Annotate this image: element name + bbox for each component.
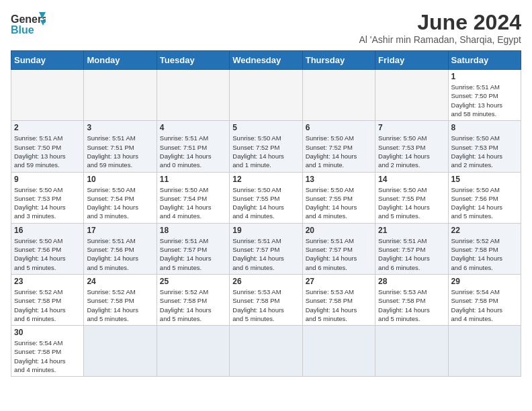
day-info: Sunrise: 5:54 AM Sunset: 7:58 PM Dayligh… xyxy=(451,287,518,323)
calendar-cell: 12Sunrise: 5:50 AM Sunset: 7:55 PM Dayli… xyxy=(230,172,302,223)
day-number: 16 xyxy=(14,226,81,235)
day-info: Sunrise: 5:53 AM Sunset: 7:58 PM Dayligh… xyxy=(232,287,299,323)
day-number: 15 xyxy=(451,175,518,184)
calendar-cell: 1Sunrise: 5:51 AM Sunset: 7:50 PM Daylig… xyxy=(448,70,521,121)
logo: General Blue xyxy=(11,11,46,36)
calendar-cell: 23Sunrise: 5:52 AM Sunset: 7:58 PM Dayli… xyxy=(11,274,84,325)
calendar-cell xyxy=(157,326,229,377)
calendar-cell xyxy=(84,70,157,121)
calendar-cell: 30Sunrise: 5:54 AM Sunset: 7:58 PM Dayli… xyxy=(11,326,84,377)
calendar-cell: 3Sunrise: 5:51 AM Sunset: 7:51 PM Daylig… xyxy=(84,121,157,172)
day-number: 17 xyxy=(87,226,153,235)
month-title: June 2024 xyxy=(359,11,521,34)
day-number: 4 xyxy=(160,123,226,132)
day-info: Sunrise: 5:50 AM Sunset: 7:55 PM Dayligh… xyxy=(306,185,372,221)
day-info: Sunrise: 5:50 AM Sunset: 7:54 PM Dayligh… xyxy=(87,185,153,221)
calendar-cell: 7Sunrise: 5:50 AM Sunset: 7:53 PM Daylig… xyxy=(375,121,448,172)
day-info: Sunrise: 5:51 AM Sunset: 7:51 PM Dayligh… xyxy=(87,134,153,169)
day-info: Sunrise: 5:50 AM Sunset: 7:53 PM Dayligh… xyxy=(451,134,518,169)
calendar-cell xyxy=(230,326,302,377)
day-number: 19 xyxy=(232,226,299,235)
calendar-cell: 17Sunrise: 5:51 AM Sunset: 7:56 PM Dayli… xyxy=(84,223,157,274)
calendar-week-row: 9Sunrise: 5:50 AM Sunset: 7:53 PM Daylig… xyxy=(11,172,521,223)
calendar-cell xyxy=(11,70,84,121)
day-info: Sunrise: 5:53 AM Sunset: 7:58 PM Dayligh… xyxy=(306,287,372,323)
day-number: 26 xyxy=(232,277,299,286)
day-number: 5 xyxy=(232,123,299,132)
day-header-tuesday: Tuesday xyxy=(157,51,229,70)
day-info: Sunrise: 5:50 AM Sunset: 7:56 PM Dayligh… xyxy=(451,185,518,221)
calendar-cell: 26Sunrise: 5:53 AM Sunset: 7:58 PM Dayli… xyxy=(230,274,302,325)
day-header-friday: Friday xyxy=(375,51,448,70)
day-info: Sunrise: 5:53 AM Sunset: 7:58 PM Dayligh… xyxy=(378,287,445,323)
calendar-cell xyxy=(448,326,521,377)
day-number: 3 xyxy=(87,123,153,132)
day-info: Sunrise: 5:51 AM Sunset: 7:57 PM Dayligh… xyxy=(378,236,445,272)
day-number: 30 xyxy=(14,328,81,337)
day-number: 27 xyxy=(306,277,372,286)
calendar-cell xyxy=(302,326,375,377)
day-info: Sunrise: 5:50 AM Sunset: 7:54 PM Dayligh… xyxy=(160,185,226,221)
day-number: 23 xyxy=(14,277,81,286)
day-info: Sunrise: 5:51 AM Sunset: 7:51 PM Dayligh… xyxy=(160,134,226,169)
calendar-cell: 11Sunrise: 5:50 AM Sunset: 7:54 PM Dayli… xyxy=(157,172,229,223)
calendar-cell xyxy=(375,70,448,121)
day-info: Sunrise: 5:50 AM Sunset: 7:55 PM Dayligh… xyxy=(232,185,299,221)
day-number: 2 xyxy=(14,123,81,132)
calendar-cell: 16Sunrise: 5:50 AM Sunset: 7:56 PM Dayli… xyxy=(11,223,84,274)
day-number: 1 xyxy=(451,72,518,81)
calendar-cell: 20Sunrise: 5:51 AM Sunset: 7:57 PM Dayli… xyxy=(302,223,375,274)
calendar-cell: 27Sunrise: 5:53 AM Sunset: 7:58 PM Dayli… xyxy=(302,274,375,325)
calendar-cell: 21Sunrise: 5:51 AM Sunset: 7:57 PM Dayli… xyxy=(375,223,448,274)
calendar-week-row: 1Sunrise: 5:51 AM Sunset: 7:50 PM Daylig… xyxy=(11,70,521,121)
day-header-thursday: Thursday xyxy=(302,51,375,70)
day-number: 10 xyxy=(87,175,153,184)
day-header-sunday: Sunday xyxy=(11,51,84,70)
calendar-cell: 6Sunrise: 5:50 AM Sunset: 7:52 PM Daylig… xyxy=(302,121,375,172)
calendar-cell: 19Sunrise: 5:51 AM Sunset: 7:57 PM Dayli… xyxy=(230,223,302,274)
day-info: Sunrise: 5:52 AM Sunset: 7:58 PM Dayligh… xyxy=(87,287,153,323)
logo-icon: General Blue xyxy=(11,11,46,36)
calendar-cell: 22Sunrise: 5:52 AM Sunset: 7:58 PM Dayli… xyxy=(448,223,521,274)
day-header-saturday: Saturday xyxy=(448,51,521,70)
day-number: 18 xyxy=(160,226,226,235)
calendar-cell xyxy=(302,70,375,121)
day-number: 11 xyxy=(160,175,226,184)
day-info: Sunrise: 5:51 AM Sunset: 7:56 PM Dayligh… xyxy=(87,236,153,272)
day-info: Sunrise: 5:54 AM Sunset: 7:58 PM Dayligh… xyxy=(14,338,81,374)
calendar-cell: 5Sunrise: 5:50 AM Sunset: 7:52 PM Daylig… xyxy=(230,121,302,172)
day-info: Sunrise: 5:52 AM Sunset: 7:58 PM Dayligh… xyxy=(14,287,81,323)
calendar-cell xyxy=(157,70,229,121)
day-info: Sunrise: 5:50 AM Sunset: 7:53 PM Dayligh… xyxy=(14,185,81,221)
calendar-cell: 14Sunrise: 5:50 AM Sunset: 7:55 PM Dayli… xyxy=(375,172,448,223)
day-header-wednesday: Wednesday xyxy=(230,51,302,70)
calendar-cell xyxy=(84,326,157,377)
day-number: 6 xyxy=(306,123,372,132)
day-number: 20 xyxy=(306,226,372,235)
calendar-cell: 9Sunrise: 5:50 AM Sunset: 7:53 PM Daylig… xyxy=(11,172,84,223)
day-info: Sunrise: 5:51 AM Sunset: 7:57 PM Dayligh… xyxy=(160,236,226,272)
calendar-week-row: 2Sunrise: 5:51 AM Sunset: 7:50 PM Daylig… xyxy=(11,121,521,172)
day-info: Sunrise: 5:51 AM Sunset: 7:57 PM Dayligh… xyxy=(232,236,299,272)
day-number: 29 xyxy=(451,277,518,286)
calendar-header-row: SundayMondayTuesdayWednesdayThursdayFrid… xyxy=(11,51,521,70)
calendar-cell: 29Sunrise: 5:54 AM Sunset: 7:58 PM Dayli… xyxy=(448,274,521,325)
calendar-cell: 24Sunrise: 5:52 AM Sunset: 7:58 PM Dayli… xyxy=(84,274,157,325)
calendar-cell: 15Sunrise: 5:50 AM Sunset: 7:56 PM Dayli… xyxy=(448,172,521,223)
day-number: 21 xyxy=(378,226,445,235)
day-info: Sunrise: 5:50 AM Sunset: 7:55 PM Dayligh… xyxy=(378,185,445,221)
calendar-cell xyxy=(375,326,448,377)
calendar-cell: 10Sunrise: 5:50 AM Sunset: 7:54 PM Dayli… xyxy=(84,172,157,223)
calendar-cell: 4Sunrise: 5:51 AM Sunset: 7:51 PM Daylig… xyxy=(157,121,229,172)
calendar-cell: 13Sunrise: 5:50 AM Sunset: 7:55 PM Dayli… xyxy=(302,172,375,223)
svg-text:Blue: Blue xyxy=(11,24,34,36)
day-number: 24 xyxy=(87,277,153,286)
day-number: 22 xyxy=(451,226,518,235)
day-info: Sunrise: 5:51 AM Sunset: 7:50 PM Dayligh… xyxy=(14,134,81,169)
calendar-week-row: 30Sunrise: 5:54 AM Sunset: 7:58 PM Dayli… xyxy=(11,326,521,377)
day-number: 28 xyxy=(378,277,445,286)
calendar-table: SundayMondayTuesdayWednesdayThursdayFrid… xyxy=(11,50,521,377)
day-info: Sunrise: 5:50 AM Sunset: 7:52 PM Dayligh… xyxy=(232,134,299,169)
day-number: 12 xyxy=(232,175,299,184)
calendar-cell xyxy=(230,70,302,121)
